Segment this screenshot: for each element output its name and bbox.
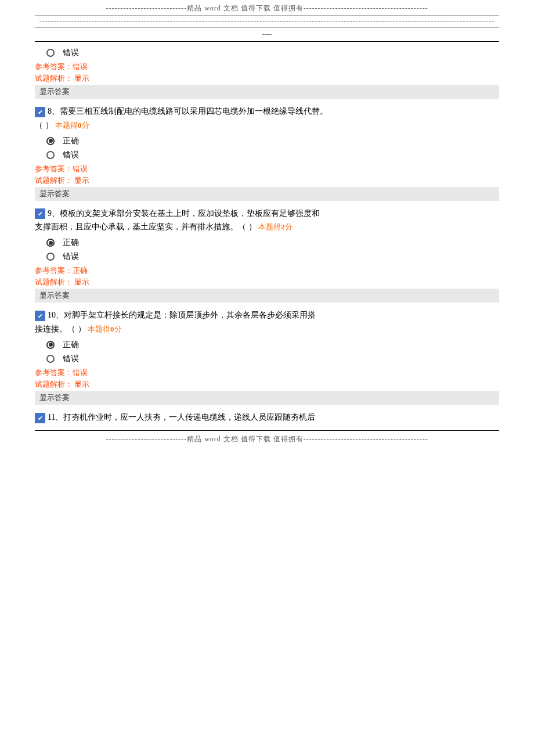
question-num-10: 10: [48, 311, 56, 319]
score-val-8: 0: [78, 121, 82, 129]
option-label-wrong-10: 错误: [63, 354, 79, 364]
header-top-text: ----------------------------精品 word 文档 值…: [35, 3, 499, 16]
option-label-correct-9: 正确: [63, 237, 79, 248]
ref-answer: 参考答案：错误: [35, 62, 499, 72]
analysis-row: 试题解析： 显示: [35, 73, 499, 84]
option-label: 错误: [63, 48, 79, 58]
question-icon-9: ✔: [35, 208, 45, 219]
ref-answer-label: 参考答案：: [35, 62, 73, 71]
question-block-8: ✔8、需要三相五线制配电的电缆线路可以采用四芯电缆外加一根绝缘导线代替。 （ ）…: [35, 105, 499, 201]
answer-section-8: 参考答案：错误 试题解析： 显示 显示答案: [35, 164, 499, 201]
list-item: 正确: [46, 340, 499, 350]
score-info-9: 本题得2分: [258, 222, 293, 231]
ref-answer-value: 错误: [73, 62, 88, 71]
header-divider-text: ----------------------------------------…: [35, 17, 499, 28]
radio-correct-10[interactable]: [46, 341, 55, 349]
list-item: 正确: [46, 237, 499, 248]
list-item: 错误: [46, 150, 499, 160]
question-text-10b: 接连接。（ ）: [35, 325, 86, 333]
options-area: 错误: [46, 48, 499, 58]
question-title-10: ✔10、对脚手架立杆接长的规定是：除顶层顶步外，其余各层各步必须采用搭 接连接。…: [35, 308, 499, 336]
option-label-correct-8: 正确: [63, 136, 79, 146]
option-label-wrong-8: 错误: [63, 150, 79, 160]
list-item: 错误: [46, 354, 499, 364]
question-block-error-only: 错误 参考答案：错误 试题解析： 显示 显示答案: [35, 48, 499, 99]
ref-answer-value-8: 错误: [73, 164, 88, 173]
options-area-9: 正确 错误: [46, 237, 499, 262]
question-title-11: ✔11、打夯机作业时，应一人扶夯，一人传递电缆线，递线人员应跟随夯机后: [35, 411, 499, 424]
ref-answer-9: 参考答案：正确: [35, 265, 499, 276]
options-area-10: 正确 错误: [46, 340, 499, 364]
show-answer-bar-9: 显示答案: [35, 289, 499, 303]
question-icon-10: ✔: [35, 311, 45, 321]
show-analysis-link-10[interactable]: 显示: [74, 380, 89, 388]
question-block-11: ✔11、打夯机作业时，应一人扶夯，一人传递电缆线，递线人员应跟随夯机后: [35, 411, 499, 424]
score-val-10: 0: [110, 325, 114, 333]
show-analysis-link-8[interactable]: 显示: [74, 176, 89, 185]
question-text-10: 、对脚手架立杆接长的规定是：除顶层顶步外，其余各层各步必须采用搭: [56, 311, 316, 319]
score-info-8: 本题得0分: [55, 121, 89, 129]
question-bracket-8: （ ）: [35, 121, 55, 129]
radio-correct-9[interactable]: [46, 239, 55, 247]
list-item: 错误: [46, 251, 499, 262]
ref-answer-value-9: 正确: [73, 266, 88, 275]
question-text-9b: 支撑面积，且应中心承载，基土应坚实，并有排水措施。（ ）: [35, 222, 257, 231]
list-item: 错误: [46, 48, 499, 58]
page-header: ----------------------------精品 word 文档 值…: [35, 0, 499, 42]
question-num-11: 11: [48, 413, 55, 422]
option-label-correct-10: 正确: [63, 340, 79, 350]
score-info-10: 本题得0分: [88, 325, 122, 333]
question-title-8: ✔8、需要三相五线制配电的电缆线路可以采用四芯电缆外加一根绝缘导线代替。 （ ）…: [35, 105, 499, 132]
question-title-9: ✔9、模板的支架支承部分安装在基土上时，应加设垫板，垫板应有足够强度和 支撑面积…: [35, 207, 499, 235]
answer-section-10: 参考答案：错误 试题解析： 显示 显示答案: [35, 368, 499, 405]
show-analysis-link[interactable]: 显示: [74, 74, 89, 82]
question-text-8: 、需要三相五线制配电的电缆线路可以采用四芯电缆外加一根绝缘导线代替。: [52, 107, 328, 116]
header-dots: ----: [35, 29, 499, 40]
ref-answer-10: 参考答案：错误: [35, 368, 499, 378]
ref-answer-label-8: 参考答案：: [35, 164, 73, 173]
radio-correct-8[interactable]: [46, 137, 55, 145]
show-answer-bar: 显示答案: [35, 85, 499, 99]
question-icon-8: ✔: [35, 107, 45, 117]
analysis-row-9: 试题解析： 显示: [35, 277, 499, 287]
analysis-row-8: 试题解析： 显示: [35, 175, 499, 186]
radio-wrong-10[interactable]: [46, 355, 55, 363]
analysis-label-9: 试题解析：: [35, 278, 73, 286]
analysis-label-10: 试题解析：: [35, 380, 73, 388]
option-label-wrong-9: 错误: [63, 251, 79, 262]
analysis-row-10: 试题解析： 显示: [35, 379, 499, 390]
score-val-9: 2: [281, 222, 285, 231]
analysis-label: 试题解析：: [35, 74, 73, 82]
answer-section: 参考答案：错误 试题解析： 显示 显示答案: [35, 62, 499, 99]
show-answer-bar-10: 显示答案: [35, 391, 499, 405]
radio-wrong-8[interactable]: [46, 151, 55, 159]
question-num-9: 9: [48, 209, 52, 218]
options-area-8: 正确 错误: [46, 136, 499, 160]
ref-answer-label-9: 参考答案：: [35, 266, 73, 275]
question-block-10: ✔10、对脚手架立杆接长的规定是：除顶层顶步外，其余各层各步必须采用搭 接连接。…: [35, 308, 499, 405]
page-footer: ----------------------------精品 word 文档 值…: [35, 430, 499, 445]
ref-answer-8: 参考答案：错误: [35, 164, 499, 174]
question-num-8: 8: [48, 107, 52, 116]
list-item: 正确: [46, 136, 499, 146]
analysis-label-8: 试题解析：: [35, 176, 73, 185]
question-icon-11: ✔: [35, 413, 45, 423]
ref-answer-value-10: 错误: [73, 368, 88, 377]
question-text-9: 、模板的支架支承部分安装在基土上时，应加设垫板，垫板应有足够强度和: [52, 209, 320, 218]
show-analysis-link-9[interactable]: 显示: [74, 278, 89, 286]
radio-wrong-1[interactable]: [46, 49, 55, 57]
radio-wrong-9[interactable]: [46, 253, 55, 261]
answer-section-9: 参考答案：正确 试题解析： 显示 显示答案: [35, 265, 499, 303]
question-block-9: ✔9、模板的支架支承部分安装在基土上时，应加设垫板，垫板应有足够强度和 支撑面积…: [35, 207, 499, 303]
question-text-11: 、打夯机作业时，应一人扶夯，一人传递电缆线，递线人员应跟随夯机后: [55, 413, 315, 422]
show-answer-bar-8: 显示答案: [35, 187, 499, 201]
ref-answer-label-10: 参考答案：: [35, 368, 73, 377]
footer-top-text: ----------------------------精品 word 文档 值…: [35, 434, 499, 444]
